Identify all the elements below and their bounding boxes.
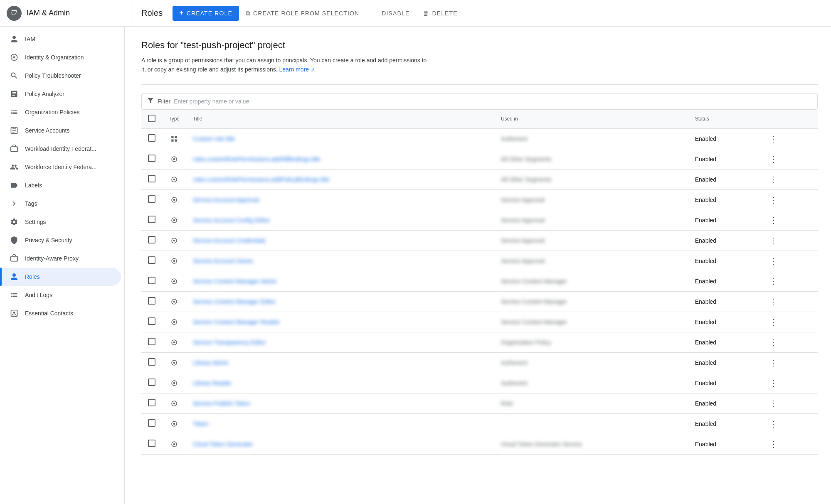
more-actions-button[interactable]: ⋮ — [766, 316, 781, 328]
delete-button[interactable]: 🗑 DELETE — [416, 6, 464, 21]
more-actions-button[interactable]: ⋮ — [766, 194, 781, 206]
row-title-cell[interactable]: Service Account Config Editor — [186, 210, 494, 230]
row-checkbox[interactable] — [148, 358, 155, 366]
row-actions-cell[interactable]: ⋮ — [759, 189, 818, 210]
row-title-cell[interactable]: Service Content Manager Admin — [186, 271, 494, 291]
row-actions-cell[interactable]: ⋮ — [759, 393, 818, 413]
row-actions-cell[interactable]: ⋮ — [759, 271, 818, 291]
row-title-cell[interactable]: Service Content Manager Editor — [186, 291, 494, 312]
svg-point-30 — [173, 382, 175, 384]
more-actions-button[interactable]: ⋮ — [766, 214, 781, 226]
sidebar-item-workforce-identity[interactable]: Workforce Identity Federa... — [0, 158, 121, 176]
row-actions-cell[interactable]: ⋮ — [759, 332, 818, 352]
row-actions-cell[interactable]: ⋮ — [759, 210, 818, 230]
select-all-checkbox[interactable] — [148, 115, 155, 122]
row-title-cell[interactable]: Library Reader — [186, 373, 494, 393]
more-actions-button[interactable]: ⋮ — [766, 337, 781, 348]
row-title-cell[interactable]: Service Content Manager Reader — [186, 312, 494, 332]
type-icon — [169, 176, 180, 183]
sidebar-item-audit-logs[interactable]: Audit Logs — [0, 286, 121, 304]
role-used-in: All Other Segments — [501, 176, 551, 183]
row-checkbox[interactable] — [148, 440, 155, 447]
row-type-cell — [162, 210, 186, 230]
sidebar-item-labels[interactable]: Labels — [0, 176, 121, 194]
learn-more-link[interactable]: Learn more ↗ — [279, 66, 315, 73]
more-actions-button[interactable]: ⋮ — [766, 357, 781, 369]
row-title-cell[interactable]: Library Admin — [186, 352, 494, 373]
row-actions-cell[interactable]: ⋮ — [759, 291, 818, 312]
more-actions-button[interactable]: ⋮ — [766, 296, 781, 307]
row-checkbox[interactable] — [148, 297, 155, 305]
role-status: Enabled — [695, 339, 716, 346]
row-actions-cell[interactable]: ⋮ — [759, 373, 818, 393]
more-actions-button[interactable]: ⋮ — [766, 235, 781, 246]
row-checkbox[interactable] — [148, 195, 155, 203]
create-role-button[interactable]: + CREATE ROLE — [173, 6, 239, 21]
more-actions-button[interactable]: ⋮ — [766, 174, 781, 185]
sidebar-item-workload-identity[interactable]: Workload Identity Federat... — [0, 140, 121, 158]
create-role-from-selection-button[interactable]: ⧉ CREATE ROLE FROM SELECTION — [239, 6, 366, 21]
sidebar-item-identity-aware-proxy[interactable]: Identity-Aware Proxy — [0, 249, 121, 268]
row-actions-cell[interactable]: ⋮ — [759, 352, 818, 373]
row-checkbox[interactable] — [148, 419, 155, 427]
sidebar-item-iam[interactable]: IAM — [0, 30, 121, 48]
type-icon — [169, 339, 180, 346]
row-actions-cell[interactable]: ⋮ — [759, 128, 818, 149]
more-actions-button[interactable]: ⋮ — [766, 275, 781, 287]
type-icon — [169, 298, 180, 305]
more-actions-button[interactable]: ⋮ — [766, 418, 781, 430]
row-checkbox[interactable] — [148, 317, 155, 325]
sidebar-item-roles[interactable]: Roles — [0, 268, 121, 286]
sidebar-item-settings[interactable]: Settings — [0, 213, 121, 231]
more-actions-button[interactable]: ⋮ — [766, 255, 781, 267]
row-title-cell[interactable]: Custom role title — [186, 128, 494, 149]
sidebar-item-tags[interactable]: Tags — [0, 194, 121, 213]
row-checkbox[interactable] — [148, 155, 155, 162]
row-actions-cell[interactable]: ⋮ — [759, 230, 818, 251]
sidebar-item-identity-organization[interactable]: Identity & Organization — [0, 48, 121, 66]
filter-bar: Filter — [141, 93, 818, 110]
row-title-cell[interactable]: roles.customRolePermissions.addAllBindin… — [186, 149, 494, 169]
row-checkbox[interactable] — [148, 399, 155, 406]
sidebar-item-privacy-security[interactable]: Privacy & Security — [0, 231, 121, 249]
row-title-cell[interactable]: Cloud Token Generator — [186, 434, 494, 454]
brand-title: IAM & Admin — [27, 9, 70, 17]
row-checkbox-cell — [141, 189, 162, 210]
filter-input[interactable] — [174, 98, 812, 105]
sidebar-item-organization-policies[interactable]: Organization Policies — [0, 103, 121, 121]
row-checkbox[interactable] — [148, 338, 155, 345]
role-status: Enabled — [695, 278, 716, 285]
row-title-cell[interactable]: Token — [186, 413, 494, 434]
more-actions-button[interactable]: ⋮ — [766, 377, 781, 389]
sidebar-item-policy-analyzer[interactable]: Policy Analyzer — [0, 85, 121, 103]
sidebar-item-policy-troubleshooter[interactable]: Policy Troubleshooter — [0, 66, 121, 85]
row-actions-cell[interactable]: ⋮ — [759, 413, 818, 434]
row-actions-cell[interactable]: ⋮ — [759, 434, 818, 454]
row-title-cell[interactable]: Service Account Credentials — [186, 230, 494, 251]
more-actions-button[interactable]: ⋮ — [766, 153, 781, 165]
sidebar-item-essential-contacts[interactable]: Essential Contacts — [0, 304, 121, 322]
row-checkbox[interactable] — [148, 277, 155, 284]
sidebar-item-service-accounts[interactable]: Service Accounts — [0, 121, 121, 140]
row-checkbox[interactable] — [148, 134, 155, 142]
row-title-cell[interactable]: Service Publish Token — [186, 393, 494, 413]
more-actions-button[interactable]: ⋮ — [766, 438, 781, 450]
row-title-cell[interactable]: Service Account Owner — [186, 251, 494, 271]
row-checkbox[interactable] — [148, 256, 155, 264]
row-title-cell[interactable]: roles.customRolePermissions.addPolicyBin… — [186, 169, 494, 189]
row-title-cell[interactable]: Service Account Approval — [186, 189, 494, 210]
row-title-cell[interactable]: Service Transparency Editor — [186, 332, 494, 352]
row-actions-cell[interactable]: ⋮ — [759, 251, 818, 271]
row-actions-cell[interactable]: ⋮ — [759, 312, 818, 332]
row-checkbox[interactable] — [148, 216, 155, 223]
disable-button[interactable]: — DISABLE — [366, 6, 416, 21]
row-used-in-cell: Service Approval — [494, 189, 688, 210]
row-checkbox[interactable] — [148, 379, 155, 386]
create-role-from-selection-label: CREATE ROLE FROM SELECTION — [253, 10, 359, 17]
row-actions-cell[interactable]: ⋮ — [759, 169, 818, 189]
row-actions-cell[interactable]: ⋮ — [759, 149, 818, 169]
row-checkbox[interactable] — [148, 175, 155, 182]
row-checkbox[interactable] — [148, 236, 155, 243]
more-actions-button[interactable]: ⋮ — [766, 398, 781, 409]
more-actions-button[interactable]: ⋮ — [766, 133, 781, 145]
